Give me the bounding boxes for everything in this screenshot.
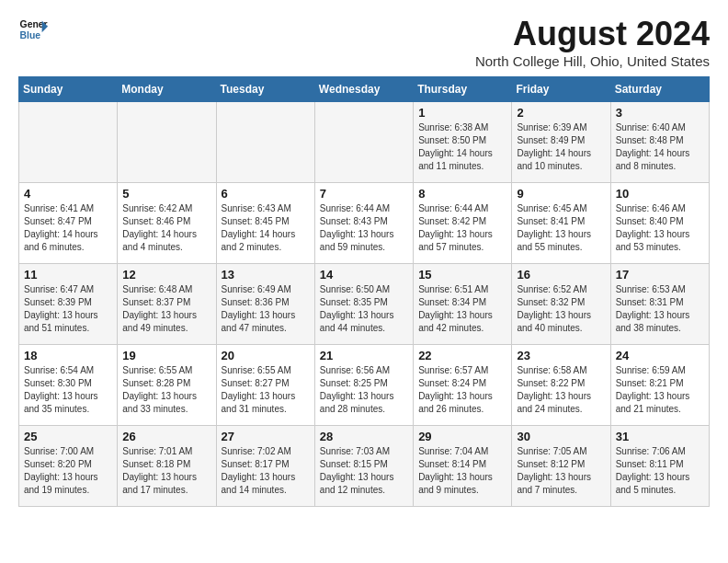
day-cell: 9Sunrise: 6:45 AMSunset: 8:41 PMDaylight…: [512, 183, 610, 264]
day-number: 26: [122, 430, 210, 443]
week-row-0: 1Sunrise: 6:38 AMSunset: 8:50 PMDaylight…: [19, 102, 710, 183]
logo: General Blue: [18, 15, 48, 44]
day-number: 10: [616, 187, 704, 201]
day-cell: 20Sunrise: 6:55 AMSunset: 8:27 PMDayligh…: [216, 345, 314, 426]
day-number: 27: [222, 430, 310, 443]
day-info: Sunrise: 6:54 AMSunset: 8:30 PMDaylight:…: [24, 364, 112, 416]
day-cell: [216, 102, 314, 183]
day-cell: 21Sunrise: 6:56 AMSunset: 8:25 PMDayligh…: [314, 345, 413, 426]
day-cell: 26Sunrise: 7:01 AMSunset: 8:18 PMDayligh…: [118, 426, 216, 507]
day-info: Sunrise: 6:59 AMSunset: 8:21 PMDaylight:…: [616, 364, 704, 416]
day-info: Sunrise: 6:40 AMSunset: 8:48 PMDaylight:…: [616, 121, 704, 173]
day-number: 24: [616, 349, 704, 362]
day-number: 16: [517, 268, 605, 282]
day-info: Sunrise: 6:49 AMSunset: 8:36 PMDaylight:…: [222, 283, 310, 335]
day-number: 23: [517, 349, 605, 362]
day-number: 14: [320, 268, 408, 282]
day-number: 11: [24, 268, 112, 282]
day-cell: [314, 102, 413, 183]
day-cell: 19Sunrise: 6:55 AMSunset: 8:28 PMDayligh…: [118, 345, 216, 426]
title-area: August 2024 North College Hill, Ohio, Un…: [475, 15, 710, 69]
day-info: Sunrise: 7:00 AMSunset: 8:20 PMDaylight:…: [24, 445, 112, 497]
day-info: Sunrise: 6:57 AMSunset: 8:24 PMDaylight:…: [418, 364, 506, 416]
day-info: Sunrise: 6:38 AMSunset: 8:50 PMDaylight:…: [418, 121, 506, 173]
day-cell: [118, 102, 216, 183]
day-info: Sunrise: 6:43 AMSunset: 8:45 PMDaylight:…: [222, 202, 310, 254]
day-number: 20: [222, 349, 310, 362]
week-row-2: 11Sunrise: 6:47 AMSunset: 8:39 PMDayligh…: [19, 264, 710, 345]
day-info: Sunrise: 7:03 AMSunset: 8:15 PMDaylight:…: [320, 445, 408, 497]
day-cell: 22Sunrise: 6:57 AMSunset: 8:24 PMDayligh…: [414, 345, 512, 426]
weekday-header-friday: Friday: [512, 77, 610, 102]
day-number: 22: [418, 349, 506, 362]
day-cell: 31Sunrise: 7:06 AMSunset: 8:11 PMDayligh…: [610, 426, 709, 507]
day-cell: 11Sunrise: 6:47 AMSunset: 8:39 PMDayligh…: [19, 264, 118, 345]
day-number: 28: [320, 430, 408, 443]
day-cell: 23Sunrise: 6:58 AMSunset: 8:22 PMDayligh…: [512, 345, 610, 426]
day-number: 1: [418, 106, 506, 120]
day-number: 29: [418, 430, 506, 443]
day-cell: 28Sunrise: 7:03 AMSunset: 8:15 PMDayligh…: [314, 426, 413, 507]
day-number: 3: [616, 106, 704, 120]
calendar-table: SundayMondayTuesdayWednesdayThursdayFrid…: [18, 76, 710, 507]
weekday-header-monday: Monday: [118, 77, 216, 102]
day-info: Sunrise: 6:45 AMSunset: 8:41 PMDaylight:…: [517, 202, 605, 254]
day-number: 5: [122, 187, 210, 201]
day-cell: 14Sunrise: 6:50 AMSunset: 8:35 PMDayligh…: [314, 264, 413, 345]
weekday-row: SundayMondayTuesdayWednesdayThursdayFrid…: [19, 77, 710, 102]
day-cell: 16Sunrise: 6:52 AMSunset: 8:32 PMDayligh…: [512, 264, 610, 345]
header: General Blue August 2024 North College H…: [18, 15, 710, 69]
day-number: 31: [616, 430, 704, 443]
day-info: Sunrise: 6:44 AMSunset: 8:42 PMDaylight:…: [418, 202, 506, 254]
day-info: Sunrise: 6:51 AMSunset: 8:34 PMDaylight:…: [418, 283, 506, 335]
calendar-header: SundayMondayTuesdayWednesdayThursdayFrid…: [19, 77, 710, 102]
day-cell: 27Sunrise: 7:02 AMSunset: 8:17 PMDayligh…: [216, 426, 314, 507]
day-info: Sunrise: 7:05 AMSunset: 8:12 PMDaylight:…: [517, 445, 605, 497]
day-info: Sunrise: 6:47 AMSunset: 8:39 PMDaylight:…: [24, 283, 112, 335]
svg-text:Blue: Blue: [20, 30, 41, 40]
day-info: Sunrise: 6:53 AMSunset: 8:31 PMDaylight:…: [616, 283, 704, 335]
day-number: 21: [320, 349, 408, 362]
weekday-header-sunday: Sunday: [19, 77, 118, 102]
week-row-1: 4Sunrise: 6:41 AMSunset: 8:47 PMDaylight…: [19, 183, 710, 264]
day-info: Sunrise: 6:48 AMSunset: 8:37 PMDaylight:…: [122, 283, 210, 335]
day-number: 15: [418, 268, 506, 282]
day-info: Sunrise: 6:44 AMSunset: 8:43 PMDaylight:…: [320, 202, 408, 254]
day-cell: 2Sunrise: 6:39 AMSunset: 8:49 PMDaylight…: [512, 102, 610, 183]
day-number: 30: [517, 430, 605, 443]
day-cell: 4Sunrise: 6:41 AMSunset: 8:47 PMDaylight…: [19, 183, 118, 264]
day-cell: 18Sunrise: 6:54 AMSunset: 8:30 PMDayligh…: [19, 345, 118, 426]
day-info: Sunrise: 6:52 AMSunset: 8:32 PMDaylight:…: [517, 283, 605, 335]
day-number: 17: [616, 268, 704, 282]
weekday-header-thursday: Thursday: [414, 77, 512, 102]
day-cell: 17Sunrise: 6:53 AMSunset: 8:31 PMDayligh…: [610, 264, 709, 345]
week-row-3: 18Sunrise: 6:54 AMSunset: 8:30 PMDayligh…: [19, 345, 710, 426]
day-info: Sunrise: 7:01 AMSunset: 8:18 PMDaylight:…: [122, 445, 210, 497]
day-cell: 7Sunrise: 6:44 AMSunset: 8:43 PMDaylight…: [314, 183, 413, 264]
day-number: 13: [222, 268, 310, 282]
day-number: 6: [222, 187, 310, 201]
week-row-4: 25Sunrise: 7:00 AMSunset: 8:20 PMDayligh…: [19, 426, 710, 507]
day-number: 25: [24, 430, 112, 443]
day-cell: 5Sunrise: 6:42 AMSunset: 8:46 PMDaylight…: [118, 183, 216, 264]
day-cell: 15Sunrise: 6:51 AMSunset: 8:34 PMDayligh…: [414, 264, 512, 345]
day-info: Sunrise: 6:42 AMSunset: 8:46 PMDaylight:…: [122, 202, 210, 254]
day-cell: 3Sunrise: 6:40 AMSunset: 8:48 PMDaylight…: [610, 102, 709, 183]
day-cell: 24Sunrise: 6:59 AMSunset: 8:21 PMDayligh…: [610, 345, 709, 426]
day-cell: 6Sunrise: 6:43 AMSunset: 8:45 PMDaylight…: [216, 183, 314, 264]
day-info: Sunrise: 6:55 AMSunset: 8:27 PMDaylight:…: [222, 364, 310, 416]
day-cell: 25Sunrise: 7:00 AMSunset: 8:20 PMDayligh…: [19, 426, 118, 507]
day-info: Sunrise: 6:58 AMSunset: 8:22 PMDaylight:…: [517, 364, 605, 416]
day-cell: 13Sunrise: 6:49 AMSunset: 8:36 PMDayligh…: [216, 264, 314, 345]
day-cell: 12Sunrise: 6:48 AMSunset: 8:37 PMDayligh…: [118, 264, 216, 345]
day-cell: [19, 102, 118, 183]
day-cell: 1Sunrise: 6:38 AMSunset: 8:50 PMDaylight…: [414, 102, 512, 183]
day-number: 8: [418, 187, 506, 201]
day-number: 7: [320, 187, 408, 201]
location-title: North College Hill, Ohio, United States: [475, 53, 710, 69]
day-number: 18: [24, 349, 112, 362]
month-title: August 2024: [475, 15, 710, 53]
day-number: 12: [122, 268, 210, 282]
day-info: Sunrise: 7:06 AMSunset: 8:11 PMDaylight:…: [616, 445, 704, 497]
day-cell: 8Sunrise: 6:44 AMSunset: 8:42 PMDaylight…: [414, 183, 512, 264]
